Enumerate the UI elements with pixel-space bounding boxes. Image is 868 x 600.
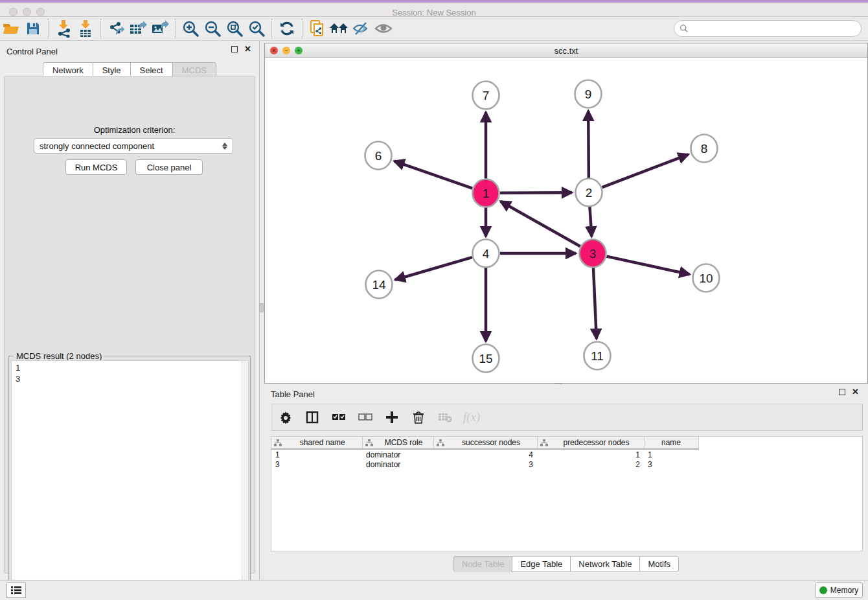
function-builder-icon: f(x): [464, 410, 479, 425]
zoom-out-icon[interactable]: [201, 19, 223, 38]
add-column-icon[interactable]: [384, 410, 400, 425]
cell-predecessor_nodes[interactable]: 1: [537, 449, 644, 459]
tab-motifs[interactable]: Motifs: [639, 556, 679, 572]
node-9[interactable]: 9: [575, 80, 602, 108]
tab-edge-table[interactable]: Edge Table: [512, 556, 570, 572]
node-11[interactable]: 11: [584, 342, 611, 370]
column-header-successor-nodes[interactable]: successor nodes: [433, 437, 537, 449]
search-icon: [680, 24, 689, 33]
network-window-titlebar[interactable]: × − + scc.txt: [265, 43, 867, 58]
edge-4-14[interactable]: [395, 257, 472, 280]
network-view-title: scc.txt: [265, 46, 867, 56]
delete-table-icon: [437, 410, 453, 425]
run-mcds-button[interactable]: Run MCDS: [65, 159, 127, 175]
node-7[interactable]: 7: [473, 82, 499, 110]
node-label: 3: [589, 247, 597, 260]
save-session-icon[interactable]: [22, 19, 44, 38]
zoom-in-icon[interactable]: [179, 19, 201, 38]
optimization-criterion-label: Optimization criterion:: [5, 125, 264, 135]
close-table-panel-icon[interactable]: ✕: [852, 389, 859, 395]
tab-node-table[interactable]: Node Table: [453, 556, 512, 572]
node-14[interactable]: 14: [366, 271, 393, 299]
scrollbar[interactable]: [242, 361, 248, 600]
cell-name[interactable]: 3: [644, 459, 698, 470]
float-panel-icon[interactable]: [231, 46, 238, 52]
column-header-shared-name[interactable]: shared name: [271, 437, 362, 449]
cell-successor_nodes[interactable]: 4: [433, 449, 537, 459]
cell-shared_name[interactable]: 1: [271, 449, 362, 459]
cell-successor_nodes[interactable]: 3: [433, 459, 537, 470]
node-15[interactable]: 15: [473, 345, 499, 373]
cell-mcds_role[interactable]: dominator: [362, 459, 433, 470]
float-table-panel-icon[interactable]: [839, 389, 845, 395]
table-panel: Table Panel ✕ f(x) shared nameMCDS roles…: [264, 386, 868, 575]
vertical-splitter-grip[interactable]: [259, 303, 264, 312]
edge-2-8[interactable]: [602, 154, 689, 187]
show-all-icon[interactable]: [372, 19, 394, 38]
node-3[interactable]: 3: [580, 240, 606, 268]
toolbar-separator: [100, 19, 101, 38]
export-table-icon[interactable]: [127, 19, 149, 38]
edge-2-9[interactable]: [588, 111, 589, 178]
cell-name[interactable]: 1: [644, 449, 698, 459]
tab-network-table[interactable]: Network Table: [570, 556, 639, 572]
close-panel-icon[interactable]: ✕: [244, 46, 251, 52]
edge-3-10[interactable]: [606, 257, 689, 275]
node-8[interactable]: 8: [691, 135, 718, 163]
node-10[interactable]: 10: [693, 264, 720, 292]
import-table-icon[interactable]: [74, 19, 97, 38]
clone-network-icon[interactable]: [306, 19, 328, 38]
show-panels-list-button[interactable]: [6, 583, 26, 598]
node-6[interactable]: 6: [365, 142, 392, 170]
open-file-icon[interactable]: [0, 19, 22, 38]
cell-shared_name[interactable]: 3: [271, 459, 362, 470]
table-row[interactable]: 1dominator411: [271, 449, 698, 459]
toolbar-separator: [48, 19, 49, 38]
edge-2-3[interactable]: [589, 207, 591, 237]
deselect-all-icon[interactable]: [358, 410, 373, 425]
import-network-icon[interactable]: [52, 19, 74, 38]
zoom-fit-icon[interactable]: [223, 19, 246, 38]
table-toolbar: f(x): [271, 404, 863, 431]
cell-mcds_role[interactable]: dominator: [362, 449, 433, 459]
column-visibility-icon[interactable]: [304, 410, 320, 425]
mcds-result-item[interactable]: 1: [16, 362, 244, 373]
edge-1-2[interactable]: [500, 192, 572, 193]
export-network-icon[interactable]: [105, 19, 127, 38]
close-panel-button[interactable]: Close panel: [135, 159, 203, 175]
column-header-MCDS-role[interactable]: MCDS role: [362, 437, 433, 449]
node-1[interactable]: 1: [473, 179, 499, 207]
node-2[interactable]: 2: [576, 179, 602, 207]
search-box[interactable]: [674, 20, 862, 37]
session-title: Session: New Session: [0, 8, 868, 17]
mcds-result-item[interactable]: 3: [16, 373, 244, 384]
first-neighbors-icon[interactable]: [328, 19, 350, 38]
select-all-icon[interactable]: [331, 410, 347, 425]
edge-3-11[interactable]: [593, 268, 597, 339]
network-canvas[interactable]: 7968124314101511: [265, 58, 867, 384]
edge-1-6[interactable]: [394, 161, 473, 189]
mcds-result-title: MCDS result (2 nodes): [14, 351, 104, 361]
delete-column-icon[interactable]: [411, 410, 426, 425]
node-label: 2: [586, 186, 593, 200]
table-row[interactable]: 3dominator323: [271, 459, 698, 470]
node-label: 1: [483, 187, 490, 200]
refresh-icon[interactable]: [276, 19, 298, 38]
zoom-selected-icon[interactable]: [246, 19, 268, 38]
optimization-criterion-dropdown[interactable]: strongly connected component: [34, 138, 233, 154]
node-4[interactable]: 4: [473, 240, 499, 268]
export-image-icon[interactable]: [149, 19, 171, 38]
table-panel-tabs: Node TableEdge TableNetwork TableMotifs: [264, 556, 868, 572]
cell-predecessor_nodes[interactable]: 2: [537, 459, 644, 470]
chevron-updown-icon: [222, 143, 227, 150]
memory-button[interactable]: Memory: [815, 583, 863, 598]
column-header-name[interactable]: name: [644, 437, 698, 449]
edge-3-1[interactable]: [501, 202, 580, 246]
search-input[interactable]: [689, 24, 861, 33]
hide-selected-icon[interactable]: [350, 19, 372, 38]
node-table[interactable]: shared nameMCDS rolesuccessor nodesprede…: [271, 436, 863, 551]
node-label: 11: [591, 349, 604, 363]
mcds-result-list[interactable]: 13: [11, 360, 249, 600]
table-settings-icon[interactable]: [278, 410, 293, 425]
column-header-predecessor-nodes[interactable]: predecessor nodes: [537, 437, 644, 449]
